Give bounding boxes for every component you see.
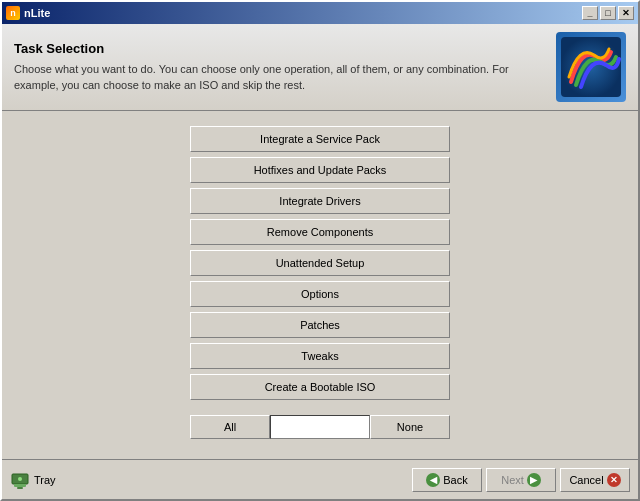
back-button[interactable]: ◀ Back	[412, 468, 482, 492]
task-button-remove-components[interactable]: Remove Components	[190, 219, 450, 245]
next-label: Next	[501, 474, 524, 486]
header-text: Task Selection Choose what you want to d…	[14, 41, 546, 93]
task-button-options[interactable]: Options	[190, 281, 450, 307]
task-button-integrate-service-pack[interactable]: Integrate a Service Pack	[190, 126, 450, 152]
bottom-buttons-row: All None	[190, 415, 450, 439]
task-button-patches[interactable]: Patches	[190, 312, 450, 338]
title-bar: n nLite _ □ ✕	[2, 2, 638, 24]
page-title: Task Selection	[14, 41, 546, 56]
header-section: Task Selection Choose what you want to d…	[2, 24, 638, 111]
page-description: Choose what you want to do. You can choo…	[14, 62, 546, 93]
tray-section[interactable]: Tray	[10, 470, 56, 490]
content-area: Integrate a Service Pack Hotfixes and Up…	[2, 111, 638, 459]
main-window: n nLite _ □ ✕ Task Selection Choose what…	[0, 0, 640, 501]
task-button-tweaks[interactable]: Tweaks	[190, 343, 450, 369]
title-bar-buttons: _ □ ✕	[582, 6, 634, 20]
maximize-button[interactable]: □	[600, 6, 616, 20]
next-icon: ▶	[527, 473, 541, 487]
back-label: Back	[443, 474, 467, 486]
logo-svg	[561, 37, 621, 97]
task-button-integrate-drivers[interactable]: Integrate Drivers	[190, 188, 450, 214]
none-button[interactable]: None	[370, 415, 450, 439]
svg-rect-2	[14, 484, 26, 487]
close-button[interactable]: ✕	[618, 6, 634, 20]
task-button-create-bootable-iso[interactable]: Create a Bootable ISO	[190, 374, 450, 400]
footer: Tray ◀ Back Next ▶ Cancel ✕	[2, 459, 638, 499]
cancel-label: Cancel	[569, 474, 603, 486]
cancel-button[interactable]: Cancel ✕	[560, 468, 630, 492]
app-icon: n	[6, 6, 20, 20]
minimize-button[interactable]: _	[582, 6, 598, 20]
progress-bar-spacer	[270, 415, 370, 439]
tray-icon	[10, 470, 30, 490]
tray-svg-icon	[10, 470, 30, 490]
all-button[interactable]: All	[190, 415, 270, 439]
window-title: nLite	[24, 7, 50, 19]
tray-label: Tray	[34, 474, 56, 486]
task-buttons-container: Integrate a Service Pack Hotfixes and Up…	[190, 126, 450, 400]
cancel-icon: ✕	[607, 473, 621, 487]
svg-rect-3	[17, 487, 23, 489]
task-button-unattended-setup[interactable]: Unattended Setup	[190, 250, 450, 276]
svg-point-4	[18, 477, 22, 481]
back-icon: ◀	[426, 473, 440, 487]
next-button[interactable]: Next ▶	[486, 468, 556, 492]
footer-nav-buttons: ◀ Back Next ▶ Cancel ✕	[412, 468, 630, 492]
title-bar-text: n nLite	[6, 6, 50, 20]
task-button-hotfixes-update-packs[interactable]: Hotfixes and Update Packs	[190, 157, 450, 183]
app-logo	[556, 32, 626, 102]
